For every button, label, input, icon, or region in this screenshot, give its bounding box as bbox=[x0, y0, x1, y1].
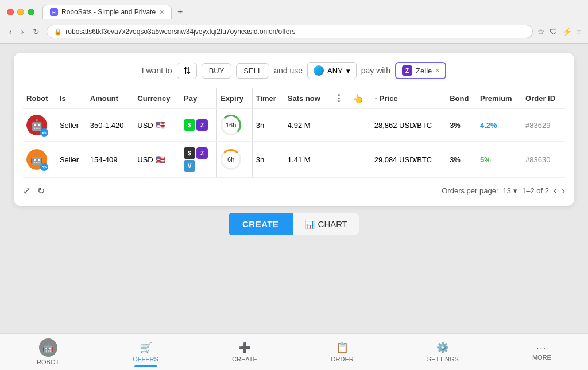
cell-premium-1: 4.2% bbox=[477, 109, 522, 142]
bookmark-icon[interactable]: ☆ bbox=[537, 27, 545, 36]
chart-button[interactable]: 📊 CHART bbox=[293, 213, 359, 235]
titlebar: R RoboSats - Simple and Private ✕ + bbox=[0, 0, 588, 22]
shield-icon[interactable]: 🛡 bbox=[550, 27, 558, 36]
cell-premium-2: 5% bbox=[477, 142, 522, 178]
tab-close-icon[interactable]: ✕ bbox=[159, 9, 164, 16]
cell-sats-1: 4.92 M bbox=[284, 109, 331, 142]
trade-toggle-button[interactable]: ⇅ bbox=[177, 63, 197, 79]
avatar-badge-2: >> bbox=[40, 163, 48, 171]
sell-button[interactable]: SELL bbox=[236, 63, 269, 79]
col-cursor: 👆 bbox=[349, 88, 370, 109]
nav-label-settings: SETTINGS bbox=[427, 356, 459, 363]
currency-filter[interactable]: 🌐 ANY ▾ bbox=[307, 62, 357, 79]
pay-with-filter[interactable]: Z Zelle × bbox=[395, 62, 446, 79]
cell-expiry-2: 6h bbox=[217, 142, 252, 178]
forward-button[interactable]: › bbox=[19, 26, 26, 37]
pagination-left: ⤢ ↻ bbox=[23, 185, 45, 196]
robot-avatar-2: 🤖 >> bbox=[26, 149, 47, 170]
cell-timer-1: 3h bbox=[253, 109, 284, 142]
refresh-button[interactable]: ↻ bbox=[30, 26, 42, 37]
buy-button[interactable]: BUY bbox=[202, 63, 232, 79]
expand-table-button[interactable]: ⤢ bbox=[23, 185, 30, 196]
cell-amount-2: 154-409 bbox=[87, 142, 134, 178]
nav-item-settings[interactable]: ⚙️ SETTINGS bbox=[420, 341, 466, 363]
browser-chrome: R RoboSats - Simple and Private ✕ + ‹ › … bbox=[0, 0, 588, 44]
col-robot: Robot bbox=[23, 88, 56, 109]
and-use-label: and use bbox=[274, 66, 303, 75]
col-dots: ⋮ bbox=[331, 88, 350, 109]
cell-currency-1: USD 🇺🇸 bbox=[134, 109, 180, 142]
prev-page-button[interactable]: ‹ bbox=[554, 185, 557, 197]
cell-dots-2 bbox=[331, 142, 350, 178]
zelle-icon: Z bbox=[402, 65, 412, 76]
maximize-window-button[interactable] bbox=[28, 9, 34, 15]
nav-item-more[interactable]: ··· MORE bbox=[525, 343, 558, 361]
zelle-pay-icon-2: Z bbox=[196, 147, 208, 159]
per-page-select[interactable]: 13 ▾ bbox=[503, 186, 517, 195]
settings-nav-icon: ⚙️ bbox=[436, 341, 449, 354]
menu-icon[interactable]: ≡ bbox=[577, 27, 581, 36]
nav-item-offers[interactable]: 🛒 OFFERS bbox=[126, 341, 165, 363]
back-button[interactable]: ‹ bbox=[7, 26, 14, 37]
col-order-id: Order ID bbox=[522, 88, 565, 109]
col-pay: Pay bbox=[180, 88, 216, 109]
cell-sats-2: 1.41 M bbox=[284, 142, 331, 178]
per-page-chevron-icon: ▾ bbox=[513, 186, 517, 195]
cell-bond-2: 3% bbox=[446, 142, 477, 178]
minimize-window-button[interactable] bbox=[17, 9, 24, 15]
col-expiry: Expiry bbox=[217, 88, 252, 109]
order-nav-icon: 📋 bbox=[336, 341, 349, 354]
browser-tab[interactable]: R RoboSats - Simple and Private ✕ bbox=[42, 5, 172, 19]
i-want-to-label: I want to bbox=[142, 66, 172, 75]
offers-nav-icon: 🛒 bbox=[140, 341, 152, 354]
refresh-table-button[interactable]: ↻ bbox=[37, 185, 45, 196]
nav-item-create[interactable]: ➕ CREATE bbox=[225, 341, 264, 363]
robot-nav-avatar: 🤖 bbox=[39, 338, 57, 357]
address-actions: ☆ 🛡 ⚡ ≡ bbox=[537, 27, 581, 36]
cell-amount-1: 350-1,420 bbox=[87, 109, 134, 142]
chart-icon: 📊 bbox=[305, 220, 315, 229]
globe-icon: 🌐 bbox=[314, 65, 324, 76]
chart-label: CHART bbox=[318, 219, 347, 229]
cell-cursor-1 bbox=[349, 109, 370, 142]
nav-item-order[interactable]: 📋 ORDER bbox=[324, 341, 361, 363]
cell-expiry-1: 16h bbox=[217, 109, 252, 142]
create-button[interactable]: CREATE bbox=[229, 213, 293, 235]
table-row[interactable]: 🤖 >> Seller 350-1,420 USD 🇺🇸 bbox=[23, 109, 565, 142]
expiry-ring-2: 6h bbox=[220, 149, 241, 170]
page-info: 1–2 of 2 bbox=[522, 186, 549, 195]
pay-with-label: pay with bbox=[361, 66, 390, 75]
bottom-actions: CREATE 📊 CHART bbox=[14, 213, 574, 235]
nav-item-robot[interactable]: 🤖 ROBOT bbox=[30, 338, 66, 365]
close-window-button[interactable] bbox=[7, 9, 14, 15]
next-page-button[interactable]: › bbox=[562, 185, 565, 197]
nav-label-order: ORDER bbox=[331, 356, 354, 363]
new-tab-button[interactable]: + bbox=[174, 7, 186, 17]
col-price[interactable]: ↑ Price bbox=[371, 88, 446, 109]
cell-price-1: 28,862 USD/BTC bbox=[371, 109, 446, 142]
cell-is-1: Seller bbox=[56, 109, 87, 142]
zelle-pay-icon: Z bbox=[196, 119, 208, 131]
col-currency[interactable]: Currency bbox=[134, 88, 180, 109]
cell-price-2: 29,084 USD/BTC bbox=[371, 142, 446, 178]
tab-favicon-icon: R bbox=[50, 8, 58, 16]
col-is: Is bbox=[56, 88, 87, 109]
address-input[interactable]: 🔒 robosats6tkf3eva7x2voqso3a5wcorsnw34jv… bbox=[47, 25, 532, 38]
cell-bond-1: 3% bbox=[446, 109, 477, 142]
nav-label-create: CREATE bbox=[232, 356, 257, 363]
per-page-value: 13 bbox=[503, 186, 511, 195]
create-nav-icon: ➕ bbox=[238, 341, 251, 354]
square-icon: $ bbox=[184, 147, 195, 159]
traffic-lights bbox=[7, 9, 34, 15]
cell-cursor-2 bbox=[349, 142, 370, 178]
avatar-badge-1: >> bbox=[40, 128, 48, 137]
address-bar: ‹ › ↻ 🔒 robosats6tkf3eva7x2voqso3a5wcors… bbox=[0, 22, 588, 43]
currency-value: ANY bbox=[327, 67, 343, 75]
extensions-icon[interactable]: ⚡ bbox=[562, 27, 572, 36]
orders-table: Robot Is Amount Currency Pay Expiry Time… bbox=[23, 88, 565, 178]
payment-method-close-icon[interactable]: × bbox=[435, 67, 439, 75]
url-text: robosats6tkf3eva7x2voqso3a5wcorsnw34jvey… bbox=[65, 28, 295, 36]
col-amount[interactable]: Amount bbox=[87, 88, 134, 109]
table-row[interactable]: 🤖 >> Seller 154-409 USD 🇺🇸 bbox=[23, 142, 565, 178]
orders-per-page-label: Orders per page: bbox=[442, 186, 498, 195]
